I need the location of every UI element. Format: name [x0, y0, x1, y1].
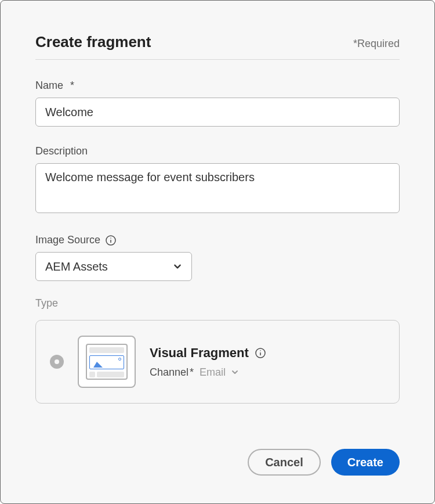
svg-point-5 — [260, 350, 261, 351]
radio-indicator — [55, 359, 59, 364]
name-input[interactable] — [35, 98, 400, 127]
image-source-label: Image Source — [35, 234, 400, 246]
info-icon[interactable] — [105, 235, 117, 246]
description-field-group: Description Welcome message for event su… — [35, 145, 400, 215]
type-section-label: Type — [35, 297, 400, 309]
type-section: Type Vi — [35, 297, 400, 404]
visual-fragment-thumbnail — [78, 336, 136, 388]
divider — [35, 59, 400, 60]
required-note: *Required — [353, 38, 400, 50]
description-label: Description — [35, 145, 400, 157]
cancel-button[interactable]: Cancel — [248, 449, 321, 476]
image-source-select[interactable]: AEM Assets — [35, 252, 192, 281]
required-asterisk: * — [70, 80, 74, 92]
channel-select[interactable]: Email — [200, 366, 240, 379]
info-icon[interactable] — [255, 347, 266, 359]
radio-button[interactable] — [50, 355, 64, 369]
channel-label: Channel* — [150, 366, 194, 379]
name-field-group: Name * — [35, 80, 400, 127]
type-option-card[interactable]: Visual Fragment Channel* Email — [35, 320, 400, 404]
channel-value-text: Email — [200, 366, 226, 379]
type-option-body: Visual Fragment Channel* Email — [150, 345, 385, 379]
type-option-title: Visual Fragment — [150, 345, 249, 361]
type-option-title-row: Visual Fragment — [150, 345, 385, 361]
svg-point-2 — [110, 237, 111, 239]
create-button[interactable]: Create — [331, 449, 400, 476]
name-label: Name * — [35, 80, 400, 92]
create-fragment-dialog: Create fragment *Required Name * Descrip… — [0, 0, 435, 504]
image-source-label-text: Image Source — [35, 234, 100, 246]
name-label-text: Name — [35, 80, 63, 92]
dialog-header: Create fragment *Required — [35, 33, 400, 51]
image-source-value: AEM Assets — [45, 260, 108, 273]
dialog-title: Create fragment — [35, 33, 151, 51]
chevron-down-icon — [173, 262, 182, 271]
channel-row: Channel* Email — [150, 366, 385, 379]
description-input[interactable]: Welcome message for event subscribers — [35, 163, 400, 213]
dialog-footer: Cancel Create — [248, 449, 400, 476]
image-source-field-group: Image Source AEM Assets — [35, 234, 400, 281]
chevron-down-icon — [230, 368, 240, 377]
